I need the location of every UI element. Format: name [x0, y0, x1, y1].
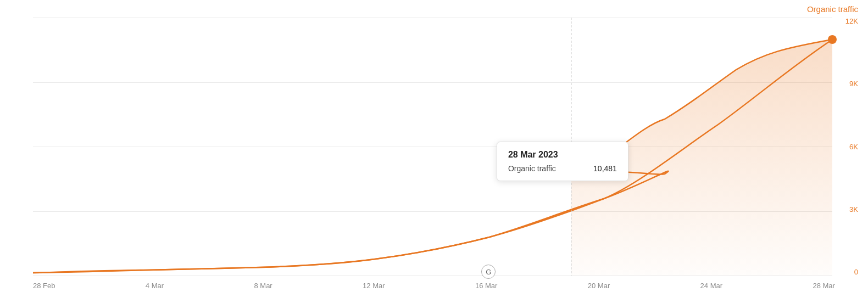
y-label-12k: 12K: [845, 18, 858, 25]
y-label-0: 0: [845, 268, 858, 276]
x-label-28feb: 28 Feb: [33, 282, 55, 290]
chart-tooltip: 28 Mar 2023 Organic traffic 10,481: [497, 142, 628, 181]
x-label-16mar: 16 Mar: [475, 282, 497, 290]
tooltip-metric: Organic traffic: [508, 164, 556, 173]
tooltip-date: 28 Mar 2023: [508, 150, 617, 160]
y-axis: 12K 9K 6K 3K 0: [845, 0, 858, 292]
x-label-24mar: 24 Mar: [700, 282, 722, 290]
tooltip-row: Organic traffic 10,481: [508, 164, 617, 173]
chart-area: G 28 Mar 2023 Organic traffic 10,481: [33, 18, 832, 276]
google-g-icon: G: [481, 265, 496, 279]
x-label-28mar: 28 Mar: [813, 282, 834, 290]
x-axis: 28 Feb 4 Mar 8 Mar 12 Mar 16 Mar 20 Mar …: [33, 282, 835, 290]
y-label-3k: 3K: [845, 206, 858, 213]
x-label-8mar: 8 Mar: [254, 282, 272, 290]
grid-line-5: [33, 276, 832, 276]
chart-svg: [33, 18, 832, 276]
x-label-12mar: 12 Mar: [363, 282, 385, 290]
x-label-20mar: 20 Mar: [588, 282, 610, 290]
tooltip-value: 10,481: [593, 164, 617, 173]
y-label-9k: 9K: [845, 80, 858, 87]
y-label-6k: 6K: [845, 143, 858, 150]
chart-container: Organic traffic 12K 9K 6K 3K 0: [0, 0, 868, 292]
x-label-4mar: 4 Mar: [146, 282, 164, 290]
data-point-end: [828, 35, 837, 44]
